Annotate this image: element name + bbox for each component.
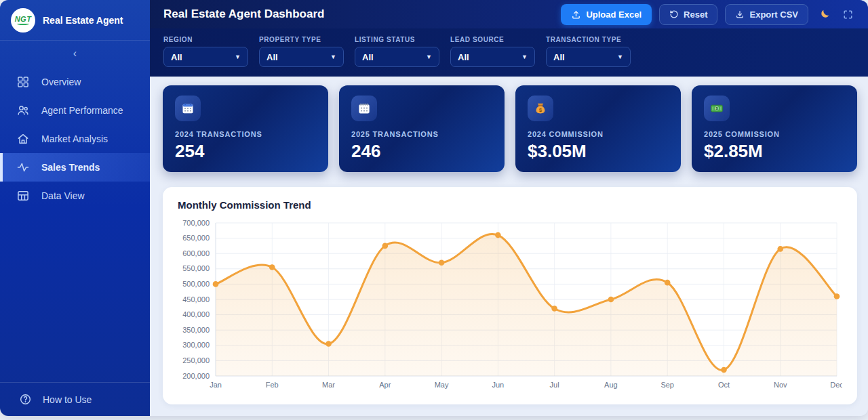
filter-lead-source: LEAD SOURCE All ▼ [450, 36, 535, 77]
svg-text:Aug: Aug [604, 381, 618, 389]
sidebar-item-agent-performance[interactable]: Agent Performance [0, 96, 150, 125]
svg-text:250,000: 250,000 [182, 356, 210, 364]
sidebar-item-overview[interactable]: Overview [0, 68, 150, 96]
sidebar-item-label: Agent Performance [41, 105, 123, 116]
filter-label: REGION [163, 36, 248, 43]
commission-trend-card: Monthly Commission Trend 200,000250,0003… [163, 187, 857, 404]
upload-excel-label: Upload Excel [586, 9, 642, 20]
listing-status-select-value: All [362, 52, 374, 62]
svg-text:Oct: Oct [718, 381, 730, 389]
filter-listing-status: LISTING STATUS All ▼ [355, 36, 439, 77]
svg-text:Jun: Jun [492, 381, 504, 389]
theme-toggle-button[interactable] [816, 6, 833, 23]
svg-text:650,000: 650,000 [182, 234, 210, 242]
chevron-down-icon: ▼ [330, 54, 336, 60]
filter-label: LEAD SOURCE [450, 36, 535, 43]
svg-text:700,000: 700,000 [182, 219, 210, 227]
spiral-calendar-icon [351, 96, 377, 121]
chevron-down-icon: ▼ [426, 54, 432, 60]
sidebar: NGT Real Estate Agent ‹ Overview Agent P… [0, 0, 150, 416]
reset-label: Reset [684, 9, 707, 20]
upload-excel-button[interactable]: Upload Excel [561, 4, 652, 25]
banknote-icon: $ [704, 96, 730, 121]
lead-source-select-value: All [458, 52, 469, 62]
sidebar-item-label: Sales Trends [41, 162, 100, 173]
filter-label: TRANSACTION TYPE [546, 36, 631, 43]
brand-title: Real Estate Agent [43, 15, 123, 26]
activity-icon [16, 161, 30, 174]
sidebar-nav: Overview Agent Performance Market Analys… [0, 68, 150, 210]
sidebar-item-label: Overview [41, 77, 81, 87]
help-circle-icon [19, 393, 32, 406]
sidebar-collapse-button[interactable]: ‹ [66, 45, 83, 62]
svg-text:Sep: Sep [660, 381, 674, 389]
listing-status-select[interactable]: All ▼ [355, 47, 439, 67]
table-icon [16, 189, 30, 203]
filter-property-type: PROPERTY TYPE All ▼ [259, 36, 344, 77]
stat-card-2024-transactions: 2024 TRANSACTIONS 254 [163, 85, 328, 172]
header: Real Estate Agent Dashboard Upload Excel… [150, 0, 868, 28]
moon-icon [818, 8, 831, 21]
stat-label: 2025 COMMISSION [704, 130, 845, 138]
home-icon [16, 132, 30, 146]
calendar-icon [175, 96, 201, 121]
sidebar-footer-label: How to Use [43, 394, 92, 405]
svg-text:May: May [435, 381, 449, 389]
download-icon [735, 9, 745, 19]
svg-text:550,000: 550,000 [182, 264, 210, 272]
filter-label: LISTING STATUS [355, 36, 439, 43]
stat-label: 2024 COMMISSION [528, 130, 669, 138]
svg-text:Feb: Feb [266, 381, 279, 389]
svg-text:400,000: 400,000 [182, 310, 210, 318]
fullscreen-button[interactable] [840, 7, 856, 22]
stat-value: $2.85M [704, 141, 845, 162]
svg-text:Dec: Dec [830, 381, 842, 389]
reset-icon [669, 9, 679, 19]
svg-text:500,000: 500,000 [182, 280, 210, 288]
region-select-value: All [171, 52, 182, 62]
sidebar-item-how-to-use[interactable]: How to Use [0, 382, 150, 416]
filter-transaction-type: TRANSACTION TYPE All ▼ [546, 36, 631, 77]
transaction-type-select[interactable]: All ▼ [546, 47, 631, 67]
grid-icon [16, 75, 30, 89]
stat-card-2025-transactions: 2025 TRANSACTIONS 246 [339, 85, 505, 172]
filter-label: PROPERTY TYPE [259, 36, 344, 43]
svg-text:200,000: 200,000 [182, 372, 210, 380]
chevron-down-icon: ▼ [235, 54, 241, 60]
stat-card-2025-commission: $ 2025 COMMISSION $2.85M [692, 85, 857, 172]
sidebar-item-sales-trends[interactable]: Sales Trends [0, 153, 150, 182]
stat-value: 254 [175, 141, 316, 162]
property-type-select[interactable]: All ▼ [259, 47, 344, 67]
app-window: NGT Real Estate Agent ‹ Overview Agent P… [0, 0, 868, 416]
stat-label: 2024 TRANSACTIONS [175, 130, 316, 138]
lead-source-select[interactable]: All ▼ [450, 47, 535, 67]
svg-text:600,000: 600,000 [182, 249, 210, 257]
chevron-down-icon: ▼ [521, 54, 528, 60]
svg-text:Jul: Jul [550, 381, 559, 389]
reset-button[interactable]: Reset [659, 4, 717, 25]
region-select[interactable]: All ▼ [163, 47, 248, 67]
chevron-down-icon: ▼ [617, 54, 623, 60]
fullscreen-icon [842, 9, 854, 20]
users-icon [16, 104, 30, 117]
svg-text:Mar: Mar [322, 381, 335, 389]
svg-text:Apr: Apr [379, 381, 391, 389]
property-type-select-value: All [267, 52, 278, 62]
svg-text:Nov: Nov [774, 381, 787, 389]
sidebar-item-label: Data View [41, 190, 85, 201]
sidebar-logo-row: NGT Real Estate Agent [0, 0, 150, 41]
stat-cards-row: 2024 TRANSACTIONS 254 2025 TRANSACTIONS … [163, 85, 857, 172]
sidebar-item-market-analysis[interactable]: Market Analysis [0, 125, 150, 153]
money-bag-icon: $ [528, 96, 553, 121]
chart-title: Monthly Commission Trend [178, 199, 842, 211]
page-title: Real Estate Agent Dashboard [163, 7, 324, 21]
stat-value: $3.05M [528, 141, 669, 162]
company-logo: NGT [11, 8, 35, 33]
sidebar-item-data-view[interactable]: Data View [0, 182, 150, 210]
logo-swoosh [17, 22, 29, 25]
export-csv-button[interactable]: Export CSV [725, 4, 808, 25]
main-content: 2024 TRANSACTIONS 254 2025 TRANSACTIONS … [150, 77, 868, 416]
filter-bar: REGION All ▼ PROPERTY TYPE All ▼ LISTING… [150, 28, 868, 77]
svg-text:Jan: Jan [210, 381, 222, 389]
sidebar-item-label: Market Analysis [41, 133, 108, 144]
